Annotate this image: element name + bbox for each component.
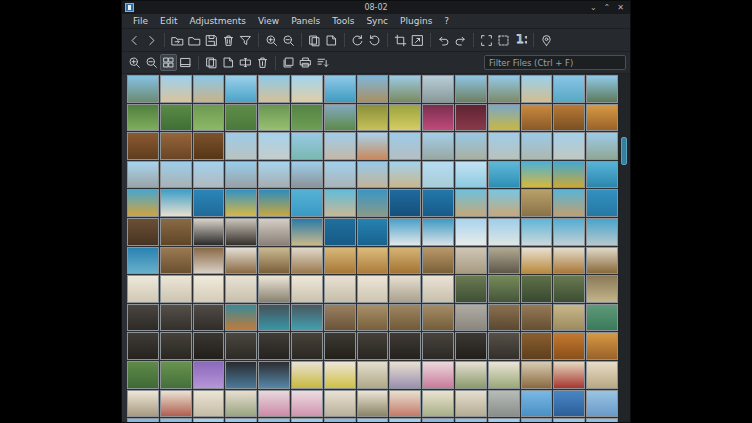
actual-size-button[interactable] (512, 32, 529, 49)
thumbnail[interactable] (225, 247, 257, 275)
thumbnail[interactable] (488, 304, 520, 332)
thumbnail[interactable] (488, 361, 520, 389)
thumbnail[interactable] (455, 247, 487, 275)
thumbnail[interactable] (258, 161, 290, 189)
thumbnail[interactable] (488, 275, 520, 303)
thumbnail[interactable] (193, 361, 225, 389)
thumbnail[interactable] (291, 247, 323, 275)
thumbnail[interactable] (422, 161, 454, 189)
thumbnail[interactable] (357, 390, 389, 418)
thumbnail[interactable] (160, 390, 192, 418)
thumbnail[interactable] (422, 189, 454, 217)
close-button[interactable]: ✕ (617, 1, 624, 14)
thumbnail[interactable] (127, 304, 159, 332)
filter-button[interactable] (237, 32, 254, 49)
thumbnail[interactable] (193, 75, 225, 103)
thumbnail[interactable] (521, 390, 553, 418)
thumbnail[interactable] (389, 390, 421, 418)
vertical-scrollbar[interactable] (618, 74, 630, 422)
thumbnail[interactable] (553, 275, 585, 303)
trash-button[interactable] (220, 32, 237, 49)
thumbnail[interactable] (160, 332, 192, 360)
thumbnail[interactable] (389, 418, 421, 422)
zoom-in-button[interactable] (263, 32, 280, 49)
thumbnail[interactable] (127, 189, 159, 217)
thumbnail[interactable] (521, 275, 553, 303)
open-folder-button[interactable] (186, 32, 203, 49)
thumbnail[interactable] (389, 304, 421, 332)
thumbnail[interactable] (455, 418, 487, 422)
shade-button[interactable]: ⌄ (590, 1, 597, 14)
thumbnail[interactable] (258, 390, 290, 418)
thumbnail[interactable] (586, 390, 618, 418)
thumbnail[interactable] (324, 104, 356, 132)
thumbnail[interactable] (586, 361, 618, 389)
thumbnail[interactable] (455, 390, 487, 418)
thumbnail[interactable] (193, 218, 225, 246)
thumbnail[interactable] (324, 361, 356, 389)
thumbnail[interactable] (127, 132, 159, 160)
next-button[interactable] (143, 32, 160, 49)
single-view-button[interactable] (177, 54, 194, 71)
thumbnail[interactable] (553, 390, 585, 418)
thumbnail[interactable] (455, 218, 487, 246)
copy-button[interactable] (203, 54, 220, 71)
thumbnail[interactable] (521, 332, 553, 360)
thumbnail[interactable] (225, 304, 257, 332)
thumbnail[interactable] (455, 132, 487, 160)
thumbnail[interactable] (324, 218, 356, 246)
rotate-ccw-button[interactable] (349, 32, 366, 49)
thumbnail[interactable] (553, 189, 585, 217)
thumbnail[interactable] (225, 390, 257, 418)
menu-item-sync[interactable]: Sync (360, 14, 394, 29)
thumbnail[interactable] (225, 332, 257, 360)
thumbnail[interactable] (455, 304, 487, 332)
thumbnail[interactable] (389, 361, 421, 389)
thumbnail[interactable] (357, 104, 389, 132)
thumbnail[interactable] (586, 189, 618, 217)
thumbnail[interactable] (258, 189, 290, 217)
thumbnail[interactable] (258, 332, 290, 360)
thumbnail[interactable] (193, 275, 225, 303)
zoom-out-button[interactable] (143, 54, 160, 71)
thumbnail[interactable] (291, 361, 323, 389)
thumbnail[interactable] (422, 75, 454, 103)
thumbnail[interactable] (357, 418, 389, 422)
thumbnail[interactable] (455, 332, 487, 360)
thumbnail[interactable] (324, 75, 356, 103)
thumbnail[interactable] (258, 418, 290, 422)
grid-view-button[interactable] (160, 54, 177, 71)
thumbnail[interactable] (193, 104, 225, 132)
paste-button[interactable] (220, 54, 237, 71)
thumbnail[interactable] (160, 247, 192, 275)
thumbnail[interactable] (422, 275, 454, 303)
thumbnail[interactable] (258, 247, 290, 275)
thumbnail[interactable] (225, 75, 257, 103)
thumbnail[interactable] (553, 418, 585, 422)
thumbnail[interactable] (455, 275, 487, 303)
menu-item-view[interactable]: View (252, 14, 285, 29)
thumbnail[interactable] (455, 104, 487, 132)
thumbnail[interactable] (127, 218, 159, 246)
thumbnail[interactable] (225, 132, 257, 160)
thumbnail[interactable] (553, 161, 585, 189)
thumbnail[interactable] (258, 104, 290, 132)
thumbnail[interactable] (225, 275, 257, 303)
thumbnail[interactable] (553, 218, 585, 246)
thumbnail[interactable] (586, 332, 618, 360)
thumbnail[interactable] (521, 104, 553, 132)
thumbnail[interactable] (553, 332, 585, 360)
thumbnail[interactable] (357, 332, 389, 360)
thumbnail[interactable] (258, 275, 290, 303)
thumbnail[interactable] (586, 132, 618, 160)
thumbnail[interactable] (291, 275, 323, 303)
menu-item-tools[interactable]: Tools (326, 14, 360, 29)
thumbnail[interactable] (488, 75, 520, 103)
thumbnail[interactable] (586, 104, 618, 132)
delete-button[interactable] (254, 54, 271, 71)
thumbnail[interactable] (357, 304, 389, 332)
thumbnail[interactable] (521, 247, 553, 275)
thumbnail[interactable] (193, 390, 225, 418)
thumbnail[interactable] (193, 304, 225, 332)
thumbnail[interactable] (160, 218, 192, 246)
